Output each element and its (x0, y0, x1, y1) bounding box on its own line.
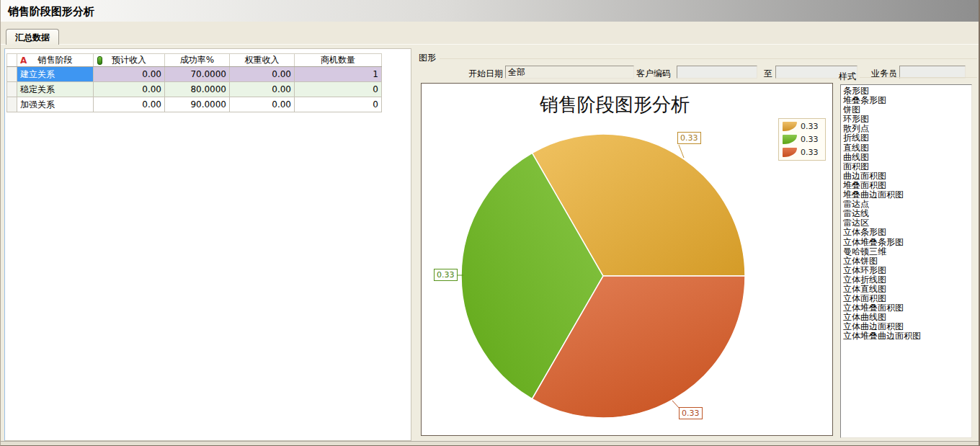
style-option[interactable]: 折线图 (843, 133, 971, 143)
bottom-bar (1, 441, 979, 446)
cell-success[interactable]: 70.0000 (165, 67, 230, 82)
legend-swatch-red-icon (783, 148, 797, 157)
pie-chart-panel: 销售阶段图形分析 (421, 83, 833, 436)
col-header-stage[interactable]: A 销售阶段 (17, 54, 94, 67)
style-option[interactable]: 立体饼图 (843, 257, 971, 266)
table-header-row: A 销售阶段 预计收入 成功率% 权重收入 商机数量 (7, 54, 382, 67)
styles-group-label: 样式 (839, 71, 860, 83)
cell-success[interactable]: 80.0000 (165, 82, 230, 97)
legend-item: 0.33 (783, 135, 821, 144)
legend-swatch-green-icon (783, 135, 797, 144)
style-option[interactable]: 立体折线图 (843, 275, 971, 285)
slice-value-label: 0.33 (677, 132, 701, 144)
style-option[interactable]: 立体环形图 (843, 266, 971, 275)
style-option[interactable]: 直线图 (843, 143, 971, 153)
cell-weighted[interactable]: 0.00 (230, 67, 295, 82)
window-title: 销售阶段图形分析 (8, 5, 94, 19)
legend-swatch-gold-icon (783, 122, 797, 131)
cell-weighted[interactable]: 0.00 (230, 97, 295, 112)
group-rule (440, 58, 977, 59)
row-selector[interactable] (7, 82, 17, 97)
cell-expected[interactable]: 0.00 (94, 97, 165, 112)
style-option[interactable]: 立体堆叠曲边面积图 (843, 331, 971, 341)
chart-style-listbox[interactable]: 条形图 堆叠条形图 饼图 环形图 散列点 折线图 直线图 曲线图 面积图 曲边面… (840, 84, 972, 438)
legend-item: 0.33 (783, 148, 821, 157)
style-option[interactable]: 堆叠条形图 (843, 96, 971, 105)
cell-expected[interactable]: 0.00 (94, 67, 165, 82)
customer-code-label: 客户编码 (636, 68, 674, 80)
style-option[interactable]: 立体条形图 (843, 228, 971, 237)
numeric-type-icon (97, 56, 102, 65)
table-row[interactable]: 加强关系 0.00 90.0000 0.00 0 (7, 97, 382, 112)
to-label: 至 (764, 68, 774, 80)
style-option[interactable]: 曼哈顿三维 (843, 247, 971, 257)
text-type-icon: A (20, 55, 27, 66)
row-selector[interactable] (7, 67, 17, 82)
cell-count[interactable]: 0 (295, 82, 382, 97)
pie-chart (422, 84, 834, 437)
styles-groupbox: 样式 条形图 堆叠条形图 饼图 环形图 散列点 折线图 直线图 曲线图 面积图 … (837, 71, 978, 441)
cell-count[interactable]: 0 (295, 97, 382, 112)
style-option[interactable]: 曲边面积图 (843, 171, 971, 181)
slice-value-label: 0.33 (679, 407, 703, 419)
cell-stage[interactable]: 加强关系 (17, 97, 94, 112)
legend-item: 0.33 (783, 122, 821, 131)
cell-count[interactable]: 1 (295, 67, 382, 82)
row-selector-header (7, 54, 17, 67)
app-window: 销售阶段图形分析 汇总数据 A 销售阶段 预计收入 成功率% 权重收入 商机数量 (0, 0, 980, 446)
summary-table-panel: A 销售阶段 预计收入 成功率% 权重收入 商机数量 建立关系 0.00 70.… (4, 48, 411, 441)
style-option[interactable]: 曲线图 (843, 153, 971, 162)
title-bar: 销售阶段图形分析 (1, 0, 979, 22)
start-date-label: 开始日期 (432, 68, 503, 80)
style-option[interactable]: 立体堆叠条形图 (843, 238, 971, 247)
chart-legend: 0.33 0.33 0.33 (778, 118, 826, 161)
cell-stage-selected[interactable]: 建立关系 (17, 67, 94, 82)
col-header-success[interactable]: 成功率% (165, 54, 230, 67)
slice-value-label: 0.33 (434, 269, 458, 281)
cell-weighted[interactable]: 0.00 (230, 82, 295, 97)
row-selector[interactable] (7, 97, 17, 112)
style-option[interactable]: 面积图 (843, 162, 971, 171)
table-row[interactable]: 建立关系 0.00 70.0000 0.00 1 (7, 67, 382, 82)
start-date-input[interactable] (505, 66, 634, 79)
tab-strip: 汇总数据 (1, 22, 979, 45)
cell-success[interactable]: 90.0000 (165, 97, 230, 112)
group-rule (860, 77, 977, 78)
col-header-expected[interactable]: 预计收入 (94, 54, 165, 67)
tab-summary-data[interactable]: 汇总数据 (6, 29, 59, 45)
graph-group-label: 图形 (419, 52, 440, 64)
customer-code-input[interactable] (677, 66, 757, 79)
cell-expected[interactable]: 0.00 (94, 82, 165, 97)
table-row[interactable]: 稳定关系 0.00 80.0000 0.00 0 (7, 82, 382, 97)
cell-stage[interactable]: 稳定关系 (17, 82, 94, 97)
col-header-count[interactable]: 商机数量 (295, 54, 382, 67)
summary-table: A 销售阶段 预计收入 成功率% 权重收入 商机数量 建立关系 0.00 70.… (6, 53, 382, 112)
col-header-weighted[interactable]: 权重收入 (230, 54, 295, 67)
